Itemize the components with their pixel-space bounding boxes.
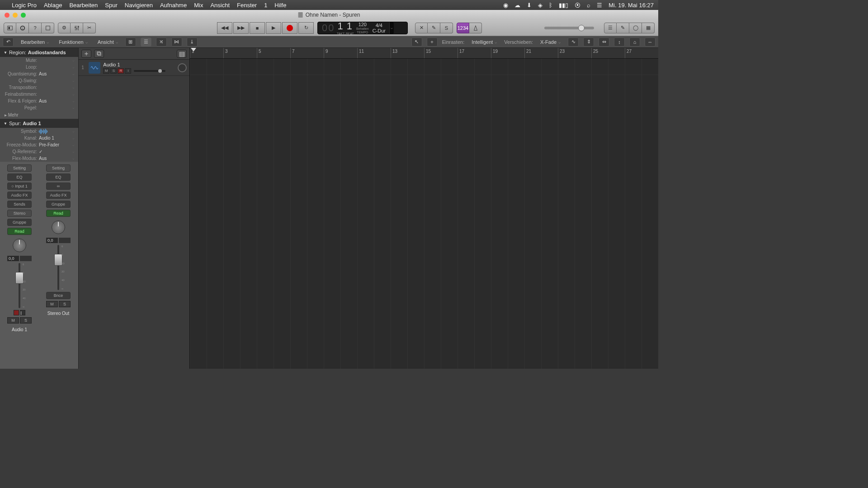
inspector-row[interactable]: Pegel:⌵: [0, 104, 78, 111]
ruler-tick[interactable]: 23: [558, 48, 591, 58]
arrange-body[interactable]: [190, 59, 658, 369]
download-icon[interactable]: ⬇: [527, 2, 532, 9]
lcd-key[interactable]: C-Dur: [373, 28, 386, 33]
inspector-row[interactable]: Quantisierung:Aus⌵: [0, 70, 78, 77]
ruler-tick[interactable]: 25: [591, 48, 625, 58]
record-button[interactable]: [282, 22, 297, 34]
group-button[interactable]: Gruppe: [46, 201, 71, 208]
track-name[interactable]: Audio 1: [103, 62, 175, 67]
inspector-row[interactable]: Q-Referenz:✓⌵: [0, 148, 78, 155]
stereo-link-button[interactable]: ∞: [46, 183, 71, 190]
horizontal-zoom-button[interactable]: ⇔: [599, 38, 609, 47]
menu-aufnahme[interactable]: Aufnahme: [160, 2, 187, 9]
zoom-tool-1[interactable]: ↕: [614, 38, 625, 47]
dropbox-icon[interactable]: ◈: [538, 2, 542, 9]
duplicate-track-button[interactable]: ⧉: [94, 50, 104, 58]
library-button[interactable]: [4, 23, 16, 33]
app-name[interactable]: Logic Pro: [12, 2, 37, 9]
menu-1[interactable]: 1: [264, 2, 267, 9]
output-button[interactable]: Stereo: [7, 210, 32, 217]
inspector-row[interactable]: Kanal:Audio 1⌵: [0, 135, 78, 141]
inspector-button[interactable]: i: [16, 23, 29, 33]
help-button[interactable]: ?: [29, 23, 42, 33]
grid-view-button[interactable]: ⊞: [125, 38, 136, 47]
ruler-tick[interactable]: 17: [458, 48, 491, 58]
menu-ansicht[interactable]: Ansicht: [210, 2, 230, 9]
zoom-tool-3[interactable]: ↔: [645, 38, 656, 47]
inspector-row[interactable]: Mute:⌵: [0, 57, 78, 64]
global-tracks-button[interactable]: ▤: [177, 50, 187, 58]
clock[interactable]: Mi. 19. Mai 16:27: [609, 2, 654, 9]
inspector-row[interactable]: Flex & Folgen:Aus⌵: [0, 98, 78, 104]
track-row[interactable]: 1 Audio 1 M S R I: [79, 60, 189, 76]
solo-mode-button[interactable]: S: [440, 23, 453, 33]
more-toggle[interactable]: Mehr: [0, 111, 78, 119]
inspector-row[interactable]: Q-Swing:⌵: [0, 77, 78, 84]
eq-button[interactable]: EQ: [46, 174, 71, 181]
inspector-row[interactable]: Loop:⌵: [0, 64, 78, 70]
ruler-tick[interactable]: 15: [424, 48, 458, 58]
group-button[interactable]: Gruppe: [7, 219, 32, 226]
toolbar-toggle-button[interactable]: [42, 23, 54, 33]
forward-button[interactable]: ▶▶: [233, 22, 249, 34]
menu-fenster[interactable]: Fenster: [237, 2, 257, 9]
close-window-button[interactable]: [5, 13, 9, 18]
mixer-button[interactable]: [71, 23, 83, 33]
track-pan-knob[interactable]: [178, 63, 187, 72]
volume-fader[interactable]: 60102040∞: [46, 245, 71, 290]
minimize-window-button[interactable]: [13, 13, 18, 18]
cloud-icon[interactable]: ☁: [514, 2, 520, 9]
screen-record-icon[interactable]: ◉: [503, 2, 508, 9]
view-menu[interactable]: Ansicht: [95, 38, 121, 46]
automation-read-button[interactable]: Read: [46, 210, 71, 217]
add-tool[interactable]: ＋: [427, 38, 438, 47]
spotlight-icon[interactable]: ⌕: [587, 2, 590, 9]
inspector-row[interactable]: Feinabstimmen:⌵: [0, 91, 78, 98]
eq-button[interactable]: EQ: [7, 174, 32, 181]
track-solo[interactable]: S: [110, 68, 117, 74]
track-back-button[interactable]: ↶: [3, 38, 14, 47]
catch-button[interactable]: ⤓: [187, 38, 198, 47]
menu-mix[interactable]: Mix: [194, 2, 203, 9]
notepad-button[interactable]: ✎: [617, 23, 629, 33]
loops-button[interactable]: ◯: [629, 23, 642, 33]
add-track-button[interactable]: ＋: [81, 50, 91, 58]
automation-button[interactable]: ⤨: [156, 38, 167, 47]
control-center-icon[interactable]: ☰: [597, 2, 602, 9]
zoom-tool-2[interactable]: ⌂: [629, 38, 640, 47]
volume-fader[interactable]: 60102040∞: [7, 263, 32, 308]
lcd-display[interactable]: 00 1 TAKT 1 BEAT 120 Behalten TEMPO 4/4 …: [317, 22, 408, 34]
automation-read-button[interactable]: Read: [7, 228, 32, 235]
pan-knob[interactable]: [13, 239, 26, 252]
strip-solo[interactable]: S: [20, 317, 32, 324]
track-record[interactable]: R: [118, 68, 124, 74]
play-button[interactable]: ▶: [266, 22, 281, 34]
move-select[interactable]: X-Fade: [538, 38, 563, 46]
lcd-bar[interactable]: 1: [336, 20, 345, 32]
ruler-tick[interactable]: 27: [625, 48, 658, 58]
replace-mode-button[interactable]: ✕: [415, 23, 428, 33]
wifi-icon[interactable]: ⦿: [575, 2, 580, 9]
pan-knob[interactable]: [52, 221, 65, 234]
ruler-tick[interactable]: 9: [324, 48, 357, 58]
lcd-sig[interactable]: 4/4: [376, 23, 382, 28]
list-editors-button[interactable]: ☰: [604, 23, 617, 33]
rewind-button[interactable]: ◀◀: [217, 22, 232, 34]
bluetooth-icon[interactable]: ᛒ: [549, 2, 552, 9]
strip-mute[interactable]: M: [7, 317, 19, 324]
sends-button[interactable]: Sends: [7, 201, 32, 208]
menu-hilfe[interactable]: Hilfe: [274, 2, 286, 9]
timeline-ruler[interactable]: 13579111315171921232527: [190, 48, 658, 59]
menu-ablage[interactable]: Ablage: [44, 2, 62, 9]
strip-mute[interactable]: M: [46, 301, 58, 307]
region-header[interactable]: Region: Audiostandards: [0, 48, 78, 57]
audiofx-button[interactable]: Audio FX: [7, 192, 32, 199]
lcd-beat[interactable]: 1: [345, 20, 354, 32]
ruler-tick[interactable]: 11: [357, 48, 391, 58]
metronome-button[interactable]: [469, 23, 482, 33]
editors-button[interactable]: ✂: [83, 23, 96, 33]
ruler-tick[interactable]: 1: [190, 48, 223, 58]
menu-bearbeiten[interactable]: Bearbeiten: [69, 2, 98, 9]
track-input[interactable]: I: [125, 68, 131, 74]
lcd-dropdown[interactable]: ⌵: [389, 22, 394, 34]
